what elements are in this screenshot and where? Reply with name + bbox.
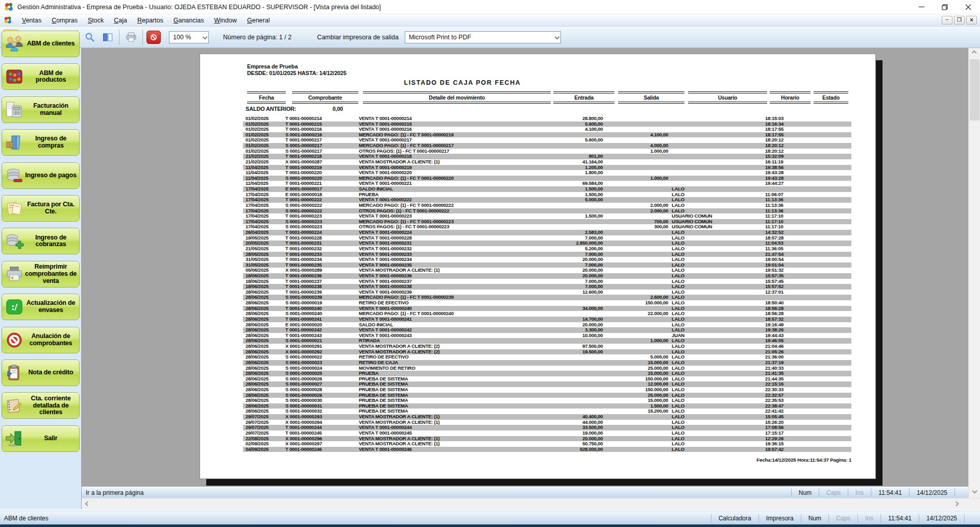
cell-entrada: 1.800,00 xyxy=(547,170,603,176)
menu-caja[interactable]: Caja xyxy=(109,15,132,26)
two-pages-button[interactable] xyxy=(100,30,115,45)
menu-general[interactable]: General xyxy=(242,15,275,26)
horizontal-scrollbar[interactable] xyxy=(82,498,980,509)
sidebar-button-factura-por-cta-cte-[interactable]: Factura por Cta. Cte. xyxy=(2,195,80,222)
close-preview-button[interactable] xyxy=(146,31,161,44)
printer-select[interactable]: Microsoft Print to PDF xyxy=(405,31,561,43)
column-header-horario: Horario xyxy=(770,94,811,101)
purchases-icon xyxy=(5,134,24,151)
table-row: 28/06/2025S 0001-00000240MERCADO PAGO: (… xyxy=(243,311,851,317)
sidebar-button-abm-de-clientes[interactable]: ABM de clientes xyxy=(2,31,80,57)
table-row: 21/02/2025T 0001-00000218VENTA T 0001-00… xyxy=(243,154,851,159)
table-row: 29/07/2025X 0001-00000294VENTA MOSTRADOR… xyxy=(243,420,851,425)
table-row: 28/06/2025S 0001-00000022RETIRO DE EFECT… xyxy=(243,354,851,360)
zoom-value: 100 % xyxy=(173,34,191,41)
mdi-minimize-button[interactable]: – xyxy=(942,16,952,25)
minimize-button[interactable] xyxy=(910,0,933,14)
cell-comprobante: S 0001-00000023 xyxy=(285,360,356,366)
sidebar-button-label: Ingreso de cobranzas xyxy=(24,234,79,249)
cell-salida: 22.000,00 xyxy=(603,311,668,317)
mdi-close-button[interactable]: × xyxy=(966,16,977,25)
table-row: 17/04/2025E 0001-00000018PRUEBA1.500,00L… xyxy=(243,192,851,198)
cell-salida: 2.000,00 xyxy=(603,208,668,214)
table-row: 01/02/2025S 0001-00000217MERCADO PAGO: (… xyxy=(243,143,851,149)
table-row: 01/02/2025S 0001-00000217OTROS PAGOS: (1… xyxy=(243,149,851,154)
cell-usuario: LALO xyxy=(672,317,763,322)
cell-usuario: LALO xyxy=(672,430,763,436)
scroll-left-icon[interactable] xyxy=(86,502,90,507)
cell-usuario: LALO xyxy=(672,257,763,262)
scroll-down-icon[interactable] xyxy=(972,490,977,495)
vertical-scrollbar[interactable] xyxy=(968,48,980,498)
scroll-up-icon[interactable] xyxy=(972,51,977,56)
cell-comprobante: T 0001-00000232 xyxy=(285,246,356,252)
table-row: 28/06/2025S 0001-00000023RETIRO DE CAJA1… xyxy=(243,360,851,366)
cell-entrada: 528.000,00 xyxy=(547,447,603,452)
cell-salida: 2.000,00 xyxy=(603,203,668,208)
menu-compras[interactable]: Compras xyxy=(46,15,83,26)
scroll-right-icon[interactable] xyxy=(955,502,960,507)
sidebar-button-ingreso-de-cobranzas[interactable]: Ingreso de cobranzas xyxy=(2,228,80,254)
cell-usuario: LALO xyxy=(672,327,763,333)
preview-status-bar: Ir a la primera página NumCapsIns11:54:4… xyxy=(82,487,968,498)
print-button[interactable] xyxy=(123,30,139,45)
cell-comprobante: T 0001-00000241 xyxy=(285,317,356,322)
sidebar-button-cta-corriente-detallada-de-clientes[interactable]: Cta. corriente detallada de clientes xyxy=(2,392,80,419)
cell-detalle: MOVIMIENTO DE RETIRO xyxy=(359,366,550,371)
envases-icon: :/ xyxy=(5,298,24,316)
menu-repartos[interactable]: Repartos xyxy=(132,15,168,26)
mdi-restore-button[interactable]: ❐ xyxy=(954,16,965,25)
cell-entrada: 19.000,00 xyxy=(547,430,603,436)
close-button[interactable] xyxy=(957,0,980,14)
column-rule xyxy=(553,102,615,104)
column-header-salida: Salida xyxy=(618,94,684,101)
cell-comprobante: T 0001-00000245 xyxy=(285,430,356,436)
cell-entrada: 5.600,00 xyxy=(547,137,603,143)
products-icon xyxy=(5,68,24,85)
chevron-down-icon xyxy=(555,34,560,39)
sidebar-button-ingreso-de-pagos[interactable]: Ingreso de pagos xyxy=(2,162,80,189)
column-rule xyxy=(688,102,767,104)
cell-usuario: LALO xyxy=(672,387,763,393)
cell-salida: 300,00 xyxy=(603,224,668,230)
zoom-select[interactable]: 100 % xyxy=(169,31,209,43)
printer-value: Microsoft Print to PDF xyxy=(409,34,471,41)
table-row: 17/04/2025S 0001-00000222MERCADO PAGO: (… xyxy=(243,203,851,208)
cell-usuario: LALO xyxy=(672,403,763,409)
cell-usuario: LALO xyxy=(672,425,763,430)
cell-detalle: RETIRO DE CAJA xyxy=(359,360,550,366)
column-rule xyxy=(688,91,767,93)
sidebar-button-reimprimir-comprobantes-de-venta[interactable]: Reimprimir comprobantes de venta xyxy=(2,261,80,288)
menu-ventas[interactable]: Ventas xyxy=(17,15,46,26)
table-row: 28/06/2025S 0001-00000239MERCADO PAGO: (… xyxy=(243,295,851,300)
menu-ganancias[interactable]: Ganancias xyxy=(168,15,209,26)
cell-usuario: LALO xyxy=(672,436,763,442)
table-row: 01/02/2025T 0001-00000215VENTA T 0001-00… xyxy=(243,122,851,127)
menu-stock[interactable]: Stock xyxy=(83,15,109,26)
sidebar-button-nota-de-crédito[interactable]: Nota de crédito xyxy=(2,360,80,386)
sidebar-button-facturación-manual[interactable]: Facturación manual xyxy=(2,97,80,123)
sidebar-button-label: Salir xyxy=(24,435,79,442)
sidebar-button-actualización-de-envases[interactable]: :/Actualización de envases xyxy=(2,294,80,320)
cell-horario: 16:11:19 xyxy=(765,159,810,165)
cell-fecha: 21/05/2025 xyxy=(246,246,285,252)
menu-window[interactable]: Window xyxy=(209,15,241,26)
cell-usuario: LALO xyxy=(672,376,763,382)
sidebar-button-salir[interactable]: Salir xyxy=(2,425,80,452)
sidebar-button-label: Ingreso de compras xyxy=(24,135,79,150)
collections-icon xyxy=(5,232,24,250)
cell-usuario: LALO xyxy=(672,306,763,312)
column-rule xyxy=(618,102,684,104)
cell-usuario: LALO xyxy=(672,197,763,203)
sidebar-button-anulación-de-comprobantes[interactable]: Anulación de comprobantes xyxy=(2,327,80,353)
sidebar-button-label: Nota de crédito xyxy=(24,369,79,376)
sidebar-button-ingreso-de-compras[interactable]: Ingreso de compras xyxy=(2,129,80,156)
table-row: 22/08/2025X 0001-00000296VENTA MOSTRADOR… xyxy=(243,436,851,442)
restore-button[interactable] xyxy=(933,0,957,14)
table-row: 28/06/2025T 0001-00000240VENTA T 0001-00… xyxy=(243,306,851,312)
vscroll-thumb[interactable] xyxy=(970,59,979,121)
sidebar-button-abm-de-productos[interactable]: ABM de productos xyxy=(2,63,80,90)
active-module-label: ABM de clientes xyxy=(0,515,48,522)
cell-usuario: JUAN xyxy=(672,333,763,339)
zoom-button[interactable] xyxy=(82,30,97,45)
